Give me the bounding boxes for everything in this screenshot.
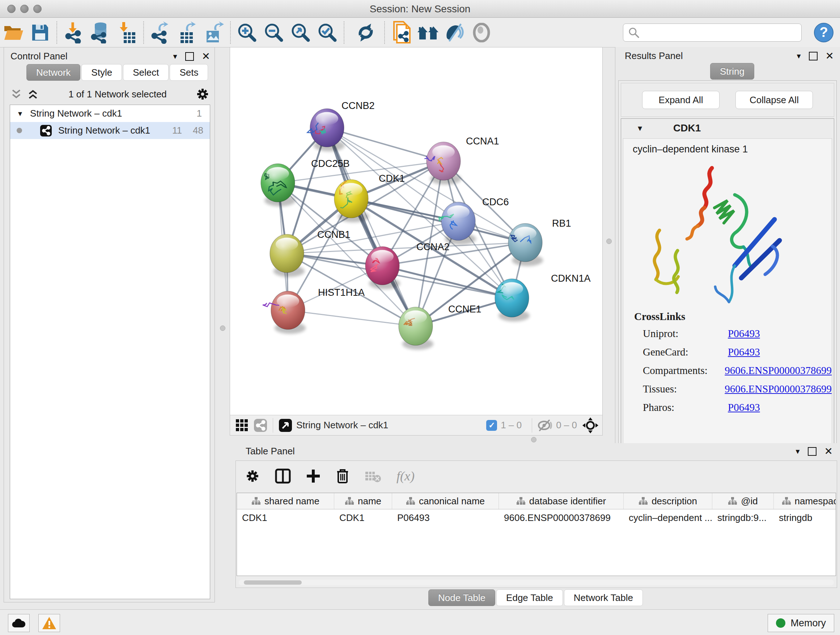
show-grid-icon[interactable] bbox=[235, 418, 249, 432]
memory-button[interactable]: Memory bbox=[767, 614, 834, 632]
close-panel-icon[interactable]: ✕ bbox=[826, 50, 834, 62]
table-cell[interactable]: 9606.ENSP00000378699 bbox=[499, 512, 624, 524]
column-header-description[interactable]: description bbox=[624, 493, 712, 509]
column-header-canonical-name[interactable]: canonical name bbox=[392, 493, 499, 509]
string-home-icon[interactable] bbox=[415, 20, 441, 45]
import-network-from-database-button[interactable] bbox=[87, 20, 114, 45]
crosslink-label: Uniprot: bbox=[643, 328, 728, 340]
table-cell[interactable]: CDK1 bbox=[237, 512, 334, 524]
table-cell[interactable]: stringdb bbox=[774, 512, 836, 524]
table-horizontal-scrollbar[interactable] bbox=[239, 580, 834, 585]
tab-network-table[interactable]: Network Table bbox=[564, 589, 643, 606]
search-input[interactable] bbox=[643, 25, 801, 40]
table-row[interactable]: CDK1CDK1P064939606.ENSP00000378699cyclin… bbox=[237, 509, 836, 526]
float-panel-icon[interactable] bbox=[808, 447, 816, 456]
node-CCNB1[interactable]: CCNB1 bbox=[270, 229, 351, 277]
create-column-icon[interactable] bbox=[306, 469, 321, 483]
crosslink-link[interactable]: 9606.ENSP00000378699 bbox=[725, 364, 832, 377]
tab-sets[interactable]: Sets bbox=[170, 64, 208, 81]
tab-edge-table[interactable]: Edge Table bbox=[496, 589, 563, 606]
protein-expander-icon[interactable]: ▾ bbox=[638, 123, 642, 133]
panel-menu-icon[interactable]: ▾ bbox=[797, 51, 801, 60]
node-RB1[interactable]: RB1 bbox=[508, 218, 571, 266]
selected-nodes-checkbox[interactable]: ✓ bbox=[486, 420, 497, 431]
splitter-handle[interactable] bbox=[220, 325, 225, 331]
column-header-shared-name[interactable]: shared name bbox=[237, 493, 334, 509]
edge-HIST1H1A-CCNE1[interactable] bbox=[288, 310, 416, 326]
tab-string[interactable]: String bbox=[710, 63, 754, 80]
table-options-gear-icon[interactable] bbox=[245, 469, 260, 483]
table-cell[interactable]: CDK1 bbox=[334, 512, 392, 524]
collapse-all-button[interactable]: Collapse All bbox=[736, 91, 813, 109]
expand-all-icon[interactable] bbox=[27, 89, 39, 100]
delete-table-icon[interactable] bbox=[365, 470, 381, 483]
show-columns-icon[interactable] bbox=[275, 469, 291, 484]
collapse-all-icon[interactable] bbox=[11, 89, 23, 100]
function-builder-button[interactable]: f(x) bbox=[396, 469, 415, 484]
close-panel-icon[interactable]: ✕ bbox=[824, 445, 833, 457]
panel-menu-icon[interactable]: ▾ bbox=[173, 52, 177, 61]
column-header-namespac[interactable]: namespac bbox=[774, 493, 836, 509]
birds-eye-view-icon[interactable] bbox=[278, 418, 293, 432]
export-network-button[interactable] bbox=[147, 20, 174, 45]
cloud-status-button[interactable] bbox=[8, 614, 30, 632]
tab-node-table[interactable]: Node Table bbox=[428, 589, 495, 606]
toolbar-search-box[interactable] bbox=[623, 24, 802, 42]
column-header-name[interactable]: name bbox=[334, 493, 392, 509]
float-panel-icon[interactable] bbox=[185, 52, 194, 61]
hide-unhide-button[interactable] bbox=[441, 20, 468, 45]
close-panel-icon[interactable]: ✕ bbox=[202, 50, 210, 62]
node-CCNA1[interactable]: CCNA1 bbox=[424, 136, 499, 185]
network-canvas[interactable]: CCNB2CCNA1CDC25BCDK1CDC6RB1CCNB1CCNA2CDK… bbox=[230, 48, 602, 415]
fit-content-crosshair-icon[interactable] bbox=[582, 417, 599, 434]
string-import-button[interactable] bbox=[388, 20, 415, 45]
table-cell[interactable]: P06493 bbox=[392, 512, 499, 524]
import-network-button[interactable] bbox=[60, 20, 87, 45]
splitter-handle[interactable] bbox=[531, 437, 537, 442]
import-table-button[interactable] bbox=[114, 20, 141, 45]
collection-expander-icon[interactable]: ▾ bbox=[18, 109, 22, 118]
hidden-eye-icon[interactable] bbox=[537, 419, 553, 432]
network-row-selected[interactable]: String Network – cdk1 11 48 bbox=[10, 122, 210, 139]
float-panel-icon[interactable] bbox=[809, 52, 818, 60]
column-header-database-identifier[interactable]: database identifier bbox=[499, 493, 624, 509]
tab-select[interactable]: Select bbox=[123, 64, 169, 81]
delete-column-icon[interactable] bbox=[336, 468, 349, 484]
crosslink-link[interactable]: P06493 bbox=[728, 328, 760, 340]
crosslink-link[interactable]: P06493 bbox=[728, 346, 760, 358]
zoom-in-button[interactable] bbox=[234, 20, 261, 45]
zoom-fit-button[interactable] bbox=[287, 20, 314, 45]
panel-menu-icon[interactable]: ▾ bbox=[796, 447, 799, 456]
node-CCNA2[interactable]: CCNA2 bbox=[365, 241, 450, 289]
node-HIST1H1A[interactable]: HIST1H1A bbox=[263, 287, 365, 334]
help-button[interactable]: ? bbox=[813, 22, 834, 44]
crosslink-link[interactable]: P06493 bbox=[728, 402, 760, 413]
zoom-out-button[interactable] bbox=[261, 20, 287, 45]
table-cell[interactable]: cyclin–dependent ... bbox=[624, 512, 712, 524]
tab-network[interactable]: Network bbox=[27, 64, 80, 81]
export-table-button[interactable] bbox=[174, 20, 201, 45]
apply-layout-button[interactable] bbox=[352, 20, 379, 45]
network-overview-icon[interactable] bbox=[253, 418, 268, 432]
column-tree-icon bbox=[251, 497, 261, 505]
table-cell[interactable]: stringdb:9... bbox=[712, 512, 774, 524]
network-options-gear-icon[interactable] bbox=[196, 87, 210, 101]
save-session-button[interactable] bbox=[27, 20, 54, 45]
zoom-selected-button[interactable] bbox=[314, 20, 341, 45]
warnings-button[interactable] bbox=[38, 614, 60, 632]
node-CCNE1[interactable]: CCNE1 bbox=[399, 304, 482, 350]
open-session-button[interactable] bbox=[0, 20, 27, 45]
column-header--id[interactable]: @id bbox=[712, 493, 774, 509]
node-CCNB2[interactable]: CCNB2 bbox=[308, 100, 375, 151]
show-graphics-details-icon[interactable] bbox=[468, 20, 495, 45]
network-collection-row[interactable]: ▾ String Network – cdk1 1 bbox=[10, 105, 210, 122]
node-CDC6[interactable]: CDC6 bbox=[439, 196, 508, 245]
tab-style[interactable]: Style bbox=[81, 64, 122, 81]
network-graph[interactable]: CCNB2CCNA1CDC25BCDK1CDC6RB1CCNB1CCNA2CDK… bbox=[230, 48, 602, 415]
crosslink-link[interactable]: 9606.ENSP00000378699 bbox=[725, 383, 832, 395]
expand-all-button[interactable]: Expand All bbox=[642, 91, 720, 109]
splitter-handle[interactable] bbox=[606, 239, 612, 244]
export-image-button[interactable] bbox=[201, 20, 227, 45]
scrollbar-thumb[interactable] bbox=[244, 580, 302, 585]
node-CDKN1A[interactable]: CDKN1A bbox=[495, 273, 591, 321]
